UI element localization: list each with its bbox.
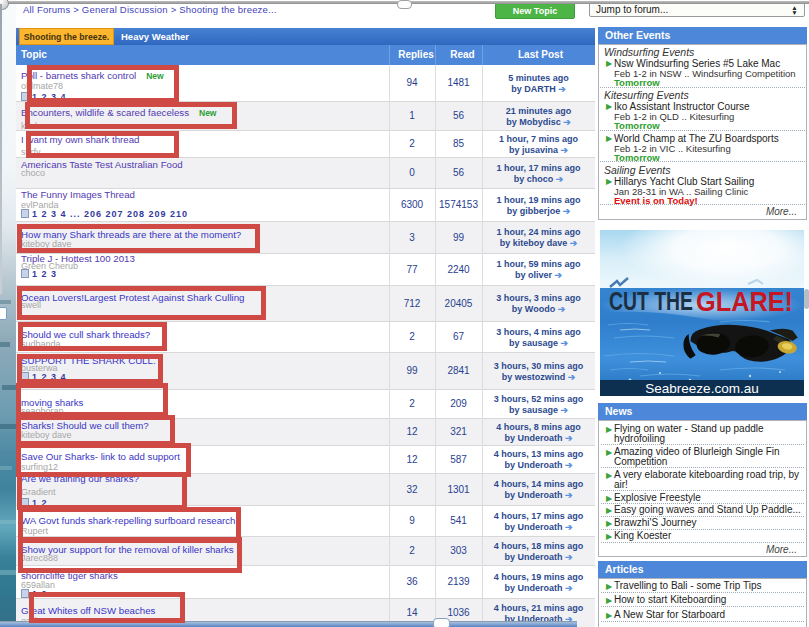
svg-text:CUT THE: CUT THE: [609, 286, 693, 316]
svg-text:GLARE!: GLARE!: [696, 286, 793, 317]
svg-text:Seabreeze.com.au: Seabreeze.com.au: [645, 381, 758, 396]
